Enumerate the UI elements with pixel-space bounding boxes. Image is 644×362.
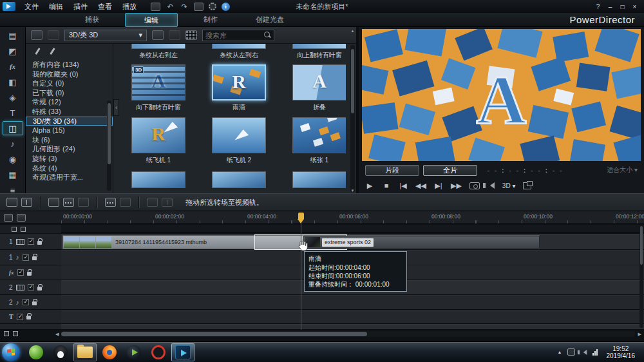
track-enable-checkbox[interactable] [23, 254, 29, 261]
menu-plugins[interactable]: 插件 [68, 0, 93, 13]
transition-thumb-raindrop[interactable]: R [212, 64, 266, 100]
close-button[interactable]: × [629, 2, 640, 12]
3d-mode-dropdown[interactable]: 3D ▾ [502, 182, 516, 189]
category-wipe[interactable]: 奇观(适用于宽... [26, 173, 113, 182]
effect-room-icon[interactable]: fx [3, 59, 23, 73]
category-downloaded[interactable]: 已下载 (0) [26, 88, 113, 98]
category-geometry[interactable]: 几何图形 (24) [26, 144, 113, 154]
category-special[interactable]: 特殊 (33) [26, 107, 113, 117]
thumb-partial[interactable] [292, 44, 346, 49]
fast-forward-button[interactable]: ▶▶ [451, 182, 462, 190]
timeline-horizontal-scrollbar[interactable] [61, 331, 635, 337]
settings-gear-icon[interactable] [209, 3, 216, 10]
taskbar-powerdirector[interactable] [171, 343, 194, 361]
menu-edit[interactable]: 编辑 [44, 0, 68, 13]
timeline-tool-5[interactable] [105, 198, 116, 207]
tray-volume-icon[interactable] [583, 350, 587, 355]
tray-network-icon[interactable] [592, 348, 598, 356]
menu-play[interactable]: 播放 [117, 0, 142, 13]
playhead-handle[interactable] [298, 213, 304, 219]
overlay-room-icon[interactable]: ◧ [3, 75, 23, 89]
download-content-icon[interactable] [31, 30, 43, 40]
track-enable-checkbox[interactable] [28, 284, 34, 291]
category-alpha[interactable]: Alpha (15) [26, 126, 113, 135]
category-dropdown[interactable]: 3D/类 3D▾ [64, 30, 147, 41]
transition-thumb-paper1[interactable] [292, 117, 346, 153]
range-select-icon[interactable] [12, 227, 17, 232]
taskbar-browser-green[interactable] [24, 343, 48, 361]
timeline-view-icon[interactable] [17, 214, 26, 222]
fit-size-dropdown[interactable]: 适合大小 ▾ [607, 166, 638, 175]
collapse-categories-button[interactable]: ‹ [113, 99, 119, 116]
zoom-slider[interactable] [13, 331, 18, 336]
category-all[interactable]: 所有内容 (134) [26, 60, 113, 70]
next-frame-button[interactable]: ▶| [434, 182, 443, 190]
track-enable-checkbox[interactable] [17, 314, 23, 320]
category-stripes[interactable]: 条纹 (4) [26, 164, 113, 173]
tab-edit[interactable]: 编辑 [125, 13, 178, 27]
thumb-partial[interactable] [131, 171, 185, 188]
menu-view[interactable]: 查看 [93, 0, 117, 13]
search-icon[interactable] [264, 32, 271, 39]
detach-preview-icon[interactable] [523, 182, 531, 189]
tray-icon-1[interactable] [567, 348, 575, 356]
menu-file[interactable]: 文件 [19, 0, 44, 13]
thumb-partial[interactable] [131, 44, 185, 49]
category-scrollbar[interactable] [107, 100, 111, 191]
lock-icon[interactable] [37, 287, 42, 291]
lock-icon[interactable] [26, 316, 31, 319]
movie-mode-button[interactable]: 全片 [423, 165, 477, 176]
category-custom[interactable]: 自定义 (0) [26, 79, 113, 88]
chapter-room-icon[interactable]: ▦ [3, 167, 23, 182]
thumbnail-view-icon[interactable] [185, 30, 197, 40]
taskbar-clock[interactable]: 19:52 2019/4/16 [603, 345, 639, 359]
help-button[interactable]: ? [592, 2, 603, 12]
tab-create-disc[interactable]: 创建光盘 [243, 13, 296, 27]
lock-icon[interactable] [27, 272, 32, 276]
timeline-tool-1[interactable] [6, 198, 17, 207]
title-room-icon[interactable]: T [3, 106, 23, 120]
category-block[interactable]: 块 (6) [26, 135, 113, 145]
thumb-partial[interactable] [212, 171, 266, 188]
adjust-room-icon[interactable]: ◩ [3, 44, 23, 58]
voice-room-icon[interactable]: ◉ [3, 152, 23, 166]
volume-speaker-icon[interactable] [490, 182, 495, 189]
lock-icon[interactable] [37, 241, 42, 245]
capture-tool-icon[interactable] [151, 3, 160, 11]
audio-track-2-lane[interactable] [61, 295, 644, 310]
taskbar-media-red[interactable] [147, 343, 170, 361]
show-hidden-icons[interactable]: ▲ [558, 350, 562, 354]
zoom-out-icon[interactable] [4, 331, 9, 336]
scroll-right-arrow[interactable]: ▶ [638, 332, 641, 337]
snapshot-camera-icon[interactable] [469, 182, 480, 189]
transition-thumb-plane1[interactable]: R [131, 117, 185, 153]
marker-icon[interactable] [21, 227, 26, 232]
start-button[interactable] [2, 343, 20, 361]
taskbar-firefox[interactable] [98, 343, 121, 361]
thumb-partial[interactable] [292, 171, 346, 188]
split-clip-icon[interactable] [21, 198, 32, 207]
scroll-left-arrow[interactable]: ◀ [55, 332, 59, 337]
category-favorites[interactable]: 我的收藏夹 (0) [26, 70, 113, 79]
new-folder-icon[interactable] [152, 30, 164, 40]
rewind-button[interactable]: ◀◀ [415, 182, 426, 190]
taskbar-qq[interactable] [49, 343, 72, 361]
thumb-partial[interactable] [212, 44, 266, 49]
screen-record-icon[interactable] [194, 3, 204, 11]
library-search[interactable] [202, 30, 274, 41]
undo-icon[interactable]: ↶ [166, 3, 175, 11]
particle-room-icon[interactable]: ◈ [3, 90, 23, 104]
category-rotate[interactable]: 旋转 (3) [26, 154, 113, 164]
tab-capture[interactable]: 捕获 [66, 13, 118, 27]
timeline-tool-3[interactable] [63, 198, 74, 207]
edit-pen-icon-2[interactable] [48, 48, 57, 56]
timeline-ruler[interactable]: 00:00:00:00 00:00:02:00 00:00:04:00 00:0… [61, 211, 644, 224]
timeline-vertical-scrollbar[interactable] [639, 225, 643, 328]
timeline-tool-2[interactable] [48, 198, 59, 207]
title-track-lane[interactable] [61, 310, 644, 324]
transition-room-icon[interactable]: ◫ [3, 121, 23, 135]
track-manager-icon[interactable] [4, 214, 13, 222]
audio-mix-room-icon[interactable]: ♪ [3, 137, 23, 151]
previous-frame-button[interactable]: |◀ [399, 182, 408, 190]
timeline-clip-sports[interactable]: extreme sports 02 [303, 236, 540, 249]
